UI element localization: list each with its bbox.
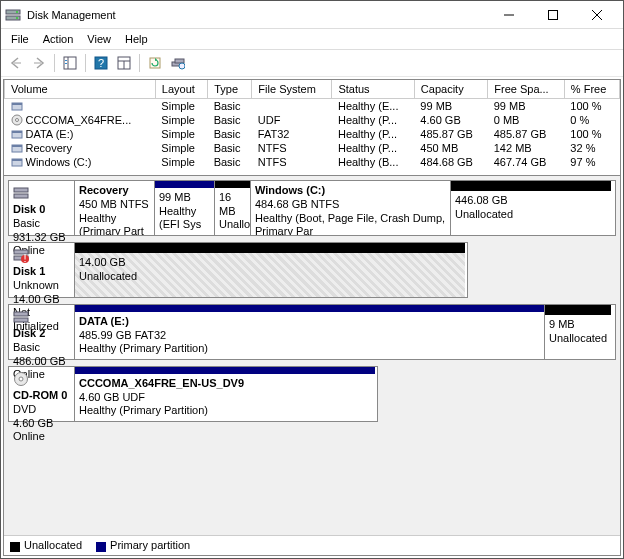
- disk-icon: [13, 185, 29, 201]
- partition-color-bar: [75, 367, 375, 374]
- svg-rect-38: [14, 318, 28, 322]
- column-header[interactable]: % Free: [564, 80, 619, 98]
- volume-list[interactable]: VolumeLayoutTypeFile SystemStatusCapacit…: [4, 80, 620, 176]
- disk-name: Disk 2: [13, 327, 70, 341]
- disk-name: CD-ROM 0: [13, 389, 70, 403]
- volume-capacity: 484.68 GB: [414, 155, 487, 169]
- svg-point-40: [19, 377, 23, 381]
- partition-color-bar: [75, 305, 544, 312]
- legend: UnallocatedPrimary partition: [4, 535, 620, 555]
- partition[interactable]: 16 MBUnalloca: [215, 181, 251, 235]
- minimize-button[interactable]: [487, 2, 531, 28]
- legend-label: Unallocated: [24, 539, 82, 551]
- partition[interactable]: Recovery450 MB NTFSHealthy (Primary Part: [75, 181, 155, 235]
- disk-row[interactable]: !Disk 1Unknown14.00 GBNot Initialized14.…: [8, 242, 468, 298]
- disk-info[interactable]: CD-ROM 0DVD4.60 GBOnline: [9, 367, 75, 421]
- partition[interactable]: 9 MBUnallocated: [545, 305, 611, 359]
- partition-status: Healthy (Primary Part: [79, 212, 150, 236]
- show-hide-button[interactable]: [59, 52, 81, 74]
- app-icon: [5, 7, 21, 23]
- partition-size: 14.00 GB: [79, 256, 461, 270]
- volume-row[interactable]: DATA (E:)SimpleBasicFAT32Healthy (P...48…: [5, 127, 620, 141]
- rescan-disks-button[interactable]: [167, 52, 189, 74]
- disk-row[interactable]: CD-ROM 0DVD4.60 GBOnlineCCCOMA_X64FRE_EN…: [8, 366, 378, 422]
- column-header[interactable]: Status: [332, 80, 414, 98]
- back-button[interactable]: [5, 52, 27, 74]
- volume-row[interactable]: CCCOMA_X64FRE...SimpleBasicUDFHealthy (P…: [5, 113, 620, 127]
- svg-rect-22: [12, 103, 22, 105]
- column-header[interactable]: Layout: [155, 80, 207, 98]
- svg-point-24: [15, 118, 18, 121]
- close-button[interactable]: [575, 2, 619, 28]
- svg-rect-26: [12, 131, 22, 133]
- refresh-button[interactable]: [144, 52, 166, 74]
- partition-status: Healthy (EFI Sys: [159, 205, 210, 233]
- svg-rect-11: [65, 63, 67, 64]
- legend-swatch: [96, 542, 106, 552]
- svg-point-2: [16, 11, 18, 13]
- menubar: File Action View Help: [1, 29, 623, 49]
- column-header[interactable]: File System: [252, 80, 332, 98]
- column-header[interactable]: Volume: [5, 80, 156, 98]
- disk-type: Basic: [13, 341, 70, 355]
- volume-row[interactable]: SimpleBasicHealthy (E...99 MB99 MB100 %: [5, 98, 620, 113]
- volume-row[interactable]: RecoverySimpleBasicNTFSHealthy (P...450 …: [5, 141, 620, 155]
- disk-graphical-view[interactable]: Disk 0Basic931.32 GBOnlineRecovery450 MB…: [4, 176, 620, 535]
- partition-status: Healthy (Primary Partition): [79, 342, 540, 356]
- menu-help[interactable]: Help: [119, 31, 154, 47]
- volume-row[interactable]: Windows (C:)SimpleBasicNTFSHealthy (B...…: [5, 155, 620, 169]
- disk-info[interactable]: Disk 2Basic486.00 GBOnline: [9, 305, 75, 359]
- partition[interactable]: 14.00 GBUnallocated: [75, 243, 465, 297]
- disk-row[interactable]: Disk 0Basic931.32 GBOnlineRecovery450 MB…: [8, 180, 616, 236]
- help-button[interactable]: ?: [90, 52, 112, 74]
- svg-rect-32: [14, 194, 28, 198]
- column-header[interactable]: Capacity: [414, 80, 487, 98]
- partition-color-bar: [451, 181, 611, 191]
- options-button[interactable]: [113, 52, 135, 74]
- svg-rect-5: [549, 10, 558, 19]
- menu-action[interactable]: Action: [37, 31, 80, 47]
- volume-icon: [11, 156, 23, 168]
- disk-info[interactable]: !Disk 1Unknown14.00 GBNot Initialized: [9, 243, 75, 297]
- content-area: VolumeLayoutTypeFile SystemStatusCapacit…: [3, 79, 621, 556]
- maximize-button[interactable]: [531, 2, 575, 28]
- disk-icon: [13, 309, 29, 325]
- partition-status: Healthy (Primary Partition): [79, 404, 371, 418]
- disk-info[interactable]: Disk 0Basic931.32 GBOnline: [9, 181, 75, 235]
- partition-status: Healthy (Boot, Page File, Crash Dump, Pr…: [255, 212, 446, 236]
- menu-view[interactable]: View: [81, 31, 117, 47]
- volume-free: 485.87 GB: [488, 127, 565, 141]
- volume-capacity: 4.60 GB: [414, 113, 487, 127]
- partition[interactable]: DATA (E:)485.99 GB FAT32Healthy (Primary…: [75, 305, 545, 359]
- volume-capacity: 99 MB: [414, 98, 487, 113]
- volume-name: Recovery: [26, 142, 72, 154]
- forward-button[interactable]: [28, 52, 50, 74]
- partition[interactable]: Windows (C:)484.68 GB NTFSHealthy (Boot,…: [251, 181, 451, 235]
- volume-layout: Simple: [155, 127, 207, 141]
- column-header[interactable]: Type: [208, 80, 252, 98]
- volume-type: Basic: [208, 113, 252, 127]
- partition[interactable]: CCCOMA_X64FRE_EN-US_DV94.60 GB UDFHealth…: [75, 367, 375, 421]
- volume-status: Healthy (P...: [332, 127, 414, 141]
- svg-rect-19: [175, 59, 184, 63]
- svg-point-20: [179, 63, 185, 69]
- titlebar[interactable]: Disk Management: [1, 1, 623, 29]
- partition-color-bar: [155, 181, 214, 188]
- partition-size: 9 MB: [549, 318, 607, 332]
- toolbar: ?: [1, 49, 623, 77]
- partition[interactable]: 99 MBHealthy (EFI Sys: [155, 181, 215, 235]
- column-header[interactable]: Free Spa...: [488, 80, 565, 98]
- svg-rect-10: [65, 60, 67, 61]
- partition-color-bar: [215, 181, 250, 188]
- disk-name: Disk 1: [13, 265, 70, 279]
- volume-status: Healthy (E...: [332, 98, 414, 113]
- volume-pct: 97 %: [564, 155, 619, 169]
- menu-file[interactable]: File: [5, 31, 35, 47]
- disk-row[interactable]: Disk 2Basic486.00 GBOnlineDATA (E:)485.9…: [8, 304, 616, 360]
- partition-size: 484.68 GB NTFS: [255, 198, 446, 212]
- partition-size: 485.99 GB FAT32: [79, 329, 540, 343]
- volume-icon: [11, 128, 23, 140]
- partition[interactable]: 446.08 GBUnallocated: [451, 181, 611, 235]
- volume-pct: 100 %: [564, 98, 619, 113]
- volume-pct: 32 %: [564, 141, 619, 155]
